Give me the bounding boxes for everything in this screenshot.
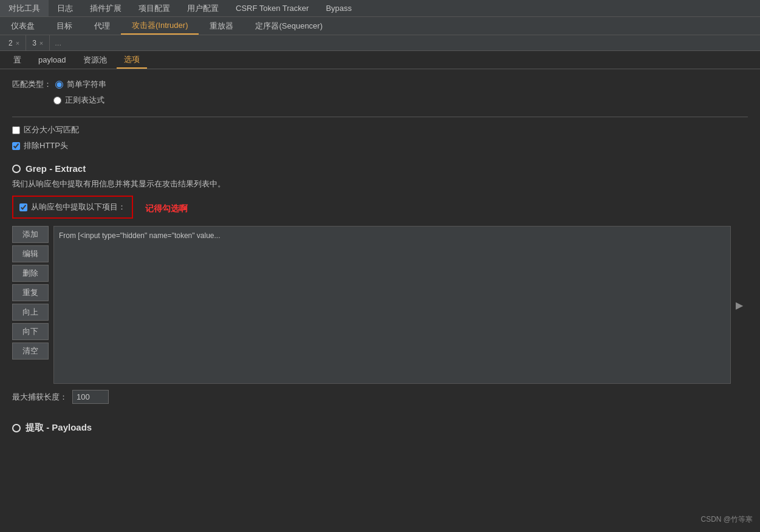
extract-area: 添加 编辑 删除 重复 向上 向下 清空 From [<input type="…: [12, 226, 748, 384]
match-type-label: 匹配类型：: [12, 79, 52, 90]
payloads-section: 提取 - Payloads: [12, 416, 748, 434]
max-length-input[interactable]: [72, 390, 109, 404]
checkbox-case-sensitive[interactable]: [12, 126, 20, 134]
extract-buttons: 添加 编辑 删除 重复 向上 向下 清空: [12, 226, 49, 384]
nav-target[interactable]: 目标: [46, 17, 83, 35]
csdn-watermark: CSDN @竹等寒: [700, 514, 753, 525]
sub-tabs: 置 payload 资源池 选项: [0, 51, 760, 69]
top-menu-compare[interactable]: 对比工具: [0, 0, 49, 16]
subtab-options[interactable]: 选项: [117, 52, 147, 69]
grep-title-circle: [12, 165, 21, 173]
subtab-payload[interactable]: payload: [31, 53, 74, 67]
red-annotation-text: 记得勾选啊: [145, 203, 188, 214]
checkboxes-section: 区分大小写匹配 排除HTTP头: [12, 124, 748, 151]
main-content: 匹配类型： 简单字符串 正则表达式 区分大小写匹配 排除HTTP头 Grep -…: [0, 69, 760, 443]
match-type-row: 匹配类型： 简单字符串: [12, 79, 748, 90]
subtab-position[interactable]: 置: [6, 52, 29, 68]
payloads-title-circle: [12, 424, 21, 432]
top-menu-csrf[interactable]: CSRF Token Tracker: [227, 0, 317, 16]
nav-intruder[interactable]: 攻击器(Intruder): [121, 17, 199, 35]
extract-list-item[interactable]: From [<input type="hidden" name="token" …: [54, 229, 730, 242]
grep-title-text: Grep - Extract: [26, 163, 86, 174]
payloads-title: 提取 - Payloads: [12, 422, 748, 434]
top-menu-bypass[interactable]: Bypass: [317, 0, 360, 16]
extract-items-label: 从响应包中提取以下项目：: [31, 202, 126, 213]
max-length-row: 最大捕获长度：: [12, 390, 748, 404]
payloads-title-text: 提取 - Payloads: [26, 422, 92, 434]
arrow-right-icon: ▶: [731, 299, 748, 311]
match-type-section: 匹配类型： 简单字符串 正则表达式: [12, 79, 748, 106]
radio-simple-string[interactable]: [55, 81, 63, 89]
exclude-http-label: 排除HTTP头: [24, 140, 68, 151]
btn-down[interactable]: 向下: [12, 323, 49, 340]
regex-label: 正则表达式: [65, 95, 104, 106]
nav-proxy[interactable]: 代理: [83, 17, 121, 35]
subtab-resource[interactable]: 资源池: [76, 52, 114, 68]
btn-clear[interactable]: 清空: [12, 343, 49, 360]
tabs-bar: 2 × 3 × ...: [0, 35, 760, 51]
top-menu-project-config[interactable]: 项目配置: [130, 0, 179, 16]
btn-delete[interactable]: 删除: [12, 265, 49, 282]
top-menu-user-config[interactable]: 用户配置: [179, 0, 227, 16]
case-sensitive-row: 区分大小写匹配: [12, 124, 748, 135]
checkbox-extract-items[interactable]: [19, 203, 27, 211]
btn-add[interactable]: 添加: [12, 226, 49, 243]
checkbox-exclude-http[interactable]: [12, 142, 20, 150]
simple-string-label: 简单字符串: [67, 79, 106, 90]
red-bordered-box: 从响应包中提取以下项目：: [12, 196, 133, 219]
top-menu-log[interactable]: 日志: [49, 0, 81, 16]
max-length-label: 最大捕获长度：: [12, 392, 67, 403]
tab-2-close[interactable]: ×: [16, 39, 19, 47]
nav-sequencer[interactable]: 定序器(Sequencer): [244, 17, 334, 35]
btn-edit[interactable]: 编辑: [12, 245, 49, 262]
grep-description: 我们从响应包中提取有用信息并将其显示在攻击结果列表中。: [12, 179, 748, 189]
tab-more[interactable]: ...: [50, 38, 66, 47]
exclude-http-row: 排除HTTP头: [12, 140, 748, 151]
checkbox-annotation-row: 从响应包中提取以下项目： 记得勾选啊: [12, 196, 748, 222]
grep-extract-section: Grep - Extract 我们从响应包中提取有用信息并将其显示在攻击结果列表…: [12, 163, 748, 404]
divider-1: [12, 117, 748, 117]
top-menu-plugins[interactable]: 插件扩展: [81, 0, 130, 16]
nav-repeater[interactable]: 重放器: [199, 17, 244, 35]
tab-3[interactable]: 3 ×: [26, 35, 50, 50]
btn-up[interactable]: 向上: [12, 304, 49, 321]
top-menu-bar: 对比工具 日志 插件扩展 项目配置 用户配置 CSRF Token Tracke…: [0, 0, 760, 17]
extract-list[interactable]: From [<input type="hidden" name="token" …: [53, 226, 731, 384]
nav-bar: 仪表盘 目标 代理 攻击器(Intruder) 重放器 定序器(Sequence…: [0, 17, 760, 35]
case-sensitive-label: 区分大小写匹配: [24, 124, 79, 135]
radio-regex[interactable]: [53, 97, 61, 104]
tab-3-close[interactable]: ×: [39, 39, 43, 47]
regex-option-row: 正则表达式: [53, 95, 748, 106]
tab-2[interactable]: 2 ×: [2, 35, 26, 50]
nav-dashboard[interactable]: 仪表盘: [0, 17, 46, 35]
grep-extract-title: Grep - Extract: [12, 163, 748, 174]
btn-duplicate[interactable]: 重复: [12, 284, 49, 301]
